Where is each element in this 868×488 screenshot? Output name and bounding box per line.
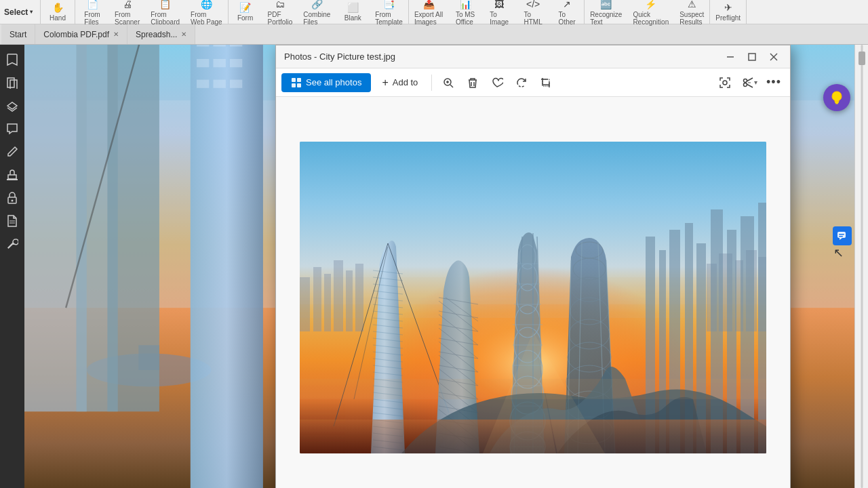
from-scanner-tool[interactable]: 🖨 FromScanner	[109, 0, 145, 24]
svg-rect-86	[300, 277, 310, 331]
add-icon: +	[382, 77, 388, 89]
close-icon	[770, 53, 778, 61]
tab-colombia[interactable]: Colombia PDF.pdf ✕	[35, 24, 127, 44]
to-html-tool[interactable]: </> ToHTML	[516, 0, 550, 24]
hand-tool[interactable]: ✋ Hand	[41, 0, 75, 24]
close-button[interactable]	[766, 49, 782, 65]
export-all-images-tool[interactable]: 📤 Export AllImages	[409, 0, 448, 24]
svg-rect-0	[7, 78, 14, 87]
crop-icon	[540, 77, 552, 89]
svg-line-80	[747, 84, 753, 87]
crop-button[interactable]	[535, 72, 557, 94]
more-icon: •••	[766, 75, 781, 89]
form-icon: 📝	[239, 2, 251, 13]
sidebar-tools-icon[interactable]	[3, 235, 22, 253]
sidebar-document-icon[interactable]	[3, 211, 22, 230]
combine-files-tool[interactable]: 🔗 CombineFiles	[298, 0, 336, 24]
main-toolbar: Select ▾ ✋ Hand 📄 FromFiles 🖨 FromScanne…	[0, 0, 868, 24]
sidebar-stamp-icon[interactable]	[3, 165, 22, 184]
add-to-button[interactable]: + Add to	[374, 73, 426, 93]
svg-rect-13	[107, 45, 159, 411]
quick-recognition-tool[interactable]: ⚡ QuickRecognition	[627, 0, 674, 24]
svg-rect-201	[839, 234, 844, 235]
delete-button[interactable]	[462, 72, 484, 94]
sidebar-pages-icon[interactable]	[3, 73, 22, 92]
svg-point-5	[12, 200, 14, 202]
svg-rect-198	[835, 102, 839, 103]
svg-rect-88	[324, 274, 331, 331]
sidebar-bookmark-icon[interactable]	[3, 50, 22, 69]
maximize-icon	[748, 53, 756, 61]
rotate-button[interactable]	[511, 72, 532, 94]
sidebar-comments-icon[interactable]	[3, 119, 22, 138]
to-image-tool[interactable]: 🖼 ToImage	[482, 0, 516, 24]
right-sidebar-scrollbar[interactable]	[854, 45, 868, 488]
focus-icon	[719, 77, 731, 89]
photos-window: Photos - City Picture test.jpg	[275, 45, 791, 488]
add-to-label: Add to	[393, 77, 418, 87]
svg-point-78	[743, 83, 747, 86]
from-template-tool[interactable]: 📑 FromTemplate	[370, 0, 408, 24]
sidebar-lock-icon[interactable]	[3, 188, 22, 207]
svg-rect-53	[197, 80, 209, 88]
more-button[interactable]: •••	[763, 72, 785, 94]
svg-rect-89	[334, 260, 343, 331]
hand-icon: ✋	[52, 2, 64, 13]
zoom-button[interactable]	[437, 72, 459, 94]
svg-rect-2	[8, 175, 16, 179]
svg-rect-50	[197, 59, 209, 67]
ai-tools-button[interactable]: ▾	[738, 72, 760, 94]
blank-tool[interactable]: ⬜ Blank	[336, 0, 370, 24]
image-icon: 🖼	[494, 0, 504, 9]
template-icon: 📑	[383, 0, 395, 9]
suspect-results-tool[interactable]: ⚠ SuspectResults	[674, 0, 709, 24]
suspect-icon: ⚠	[688, 0, 696, 9]
background-image-area: Photos - City Picture test.jpg	[24, 45, 854, 488]
lightbulb-fab[interactable]	[823, 84, 850, 111]
select-tool[interactable]: Select ▾	[0, 0, 41, 24]
tab-spreadsheet-close[interactable]: ✕	[181, 30, 186, 38]
files-icon: 📄	[87, 0, 98, 9]
select-arrow: ▾	[30, 9, 33, 15]
to-other-tool[interactable]: ↗ ToOther	[550, 0, 584, 24]
favorite-button[interactable]	[486, 72, 508, 94]
chat-widget-button[interactable]	[833, 226, 852, 245]
from-webpage-tool[interactable]: 🌐 FromWeb Page	[185, 0, 228, 24]
tab-start[interactable]: Start	[1, 24, 35, 44]
city-photo	[300, 142, 766, 453]
rotate-icon	[515, 77, 528, 89]
svg-rect-54	[213, 80, 225, 88]
to-ms-office-tool[interactable]: 📊 To MSOffice	[448, 0, 482, 24]
sidebar-layers-icon[interactable]	[3, 96, 22, 115]
svg-rect-48	[213, 45, 225, 47]
from-clipboard-tool[interactable]: 📋 FromClipboard	[145, 0, 185, 24]
form-tool[interactable]: 📝 Form	[229, 0, 262, 24]
combine-icon: 🔗	[311, 0, 323, 9]
tab-spreadsheet[interactable]: Spreadsh... ✕	[127, 24, 195, 44]
tab-colombia-label: Colombia PDF.pdf	[43, 30, 109, 39]
webpage-icon: 🌐	[201, 0, 212, 9]
main-area: Photos - City Picture test.jpg	[0, 45, 868, 488]
html-icon: </>	[526, 0, 540, 9]
scissors-icon	[742, 77, 754, 89]
tab-colombia-close[interactable]: ✕	[113, 30, 119, 38]
see-all-photos-button[interactable]: See all photos	[281, 73, 371, 92]
minimize-button[interactable]	[722, 49, 738, 65]
svg-rect-87	[313, 267, 321, 331]
sidebar-pen-icon[interactable]	[3, 142, 22, 161]
scrollbar-thumb[interactable]	[859, 52, 865, 65]
blank-icon: ⬜	[347, 2, 359, 13]
trash-icon	[467, 77, 479, 89]
quick-icon: ⚡	[645, 0, 656, 9]
svg-point-77	[743, 79, 747, 82]
heart-icon	[491, 77, 503, 89]
recognize-text-tool[interactable]: 🔤 RecognizeText	[585, 0, 627, 24]
focus-button[interactable]	[714, 72, 736, 94]
preflight-tool[interactable]: ✈ Preflight	[710, 0, 746, 24]
select-label: Select	[4, 7, 28, 17]
from-files-tool[interactable]: 📄 FromFiles	[75, 0, 109, 24]
maximize-button[interactable]	[744, 49, 760, 65]
cursor-position: ↖	[833, 245, 844, 260]
clipboard-icon: 📋	[159, 0, 171, 9]
pdf-portfolio-tool[interactable]: 🗂 PDFPortfolio	[262, 0, 298, 24]
